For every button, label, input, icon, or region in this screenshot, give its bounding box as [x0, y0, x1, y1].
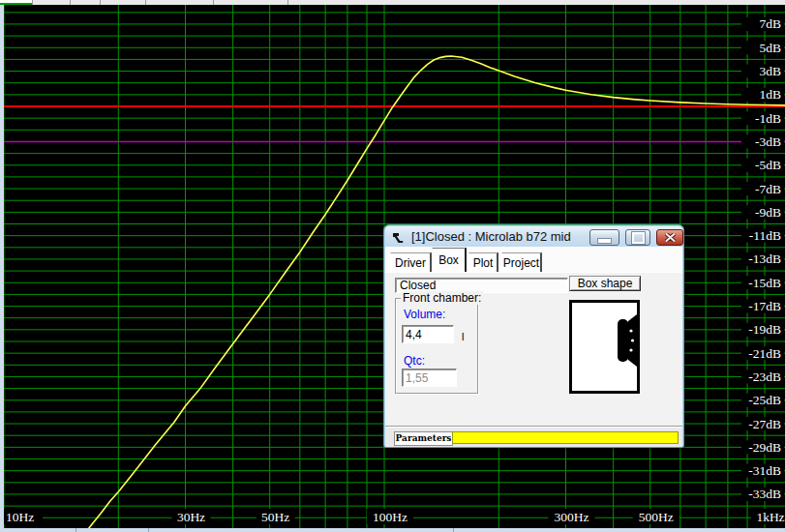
qtc-label: Qtc: [404, 354, 425, 368]
y-axis-label: -27dB [748, 417, 781, 431]
background-window-bottom-edge [0, 528, 785, 532]
tab-box[interactable]: Box [432, 248, 467, 272]
x-axis-label: 300Hz [555, 510, 589, 524]
maximize-button[interactable] [625, 229, 650, 246]
qtc-input[interactable] [402, 369, 457, 387]
y-axis-label: 1dB [759, 87, 781, 102]
box-shape-button[interactable]: Box shape [569, 276, 641, 291]
y-axis-label: -7dB [755, 182, 781, 196]
front-chamber-group: Front chamber: Volume: l Qtc: [395, 298, 478, 394]
x-axis-label: 30Hz [177, 510, 205, 524]
x-axis-label: 10Hz [6, 510, 34, 524]
app-icon [392, 230, 406, 244]
maximize-icon [632, 232, 645, 244]
tab-strip: Driver Box Plot Project [385, 247, 682, 272]
x-axis-label: 500Hz [639, 510, 674, 524]
window-title: [1]Closed : Microlab b72 mid [411, 229, 571, 244]
front-chamber-legend: Front chamber: [401, 291, 483, 305]
y-axis-label: -3dB [755, 134, 781, 149]
y-axis-label: -13dB [748, 251, 781, 266]
tab-plot[interactable]: Plot [468, 252, 498, 272]
y-axis-label: -5dB [755, 158, 781, 172]
tab-driver[interactable]: Driver [390, 252, 432, 272]
y-axis-label: -21dB [748, 346, 781, 361]
y-axis-label: -9dB [755, 205, 781, 220]
winisd-app-screen: 7dB5dB3dB1dB-1dB-3dB-5dB-7dB-9dB-11dB-13… [0, 0, 785, 532]
y-axis-label: -33dB [748, 487, 781, 501]
window-titlebar[interactable]: [1]Closed : Microlab b72 mid [385, 226, 682, 247]
x-axis-label: 50Hz [261, 510, 289, 524]
volume-input[interactable] [402, 325, 454, 343]
y-axis-label: -19dB [748, 322, 781, 337]
y-axis-label: 7dB [759, 16, 781, 31]
box-parameters-window: [1]Closed : Microlab b72 mid Driver Box … [384, 225, 683, 447]
y-axis-label: -29dB [748, 440, 781, 455]
background-tab-fragment [0, 0, 32, 5]
y-axis-label: -31dB [748, 463, 781, 478]
box-shape-preview [569, 300, 640, 394]
volume-label: Volume: [404, 308, 445, 321]
background-window-top-edge [0, 0, 785, 5]
close-icon [665, 233, 676, 242]
y-axis-label: -23dB [748, 369, 781, 384]
x-axis-label: 1kHz [756, 510, 784, 524]
tab-project[interactable]: Project [501, 252, 542, 272]
y-axis-label: -15dB [748, 276, 781, 290]
y-axis-label: -11dB [749, 228, 781, 243]
box-tab-content: Closed Box shape Front chamber: Volume: … [385, 272, 682, 427]
background-window-left-edge [0, 5, 4, 528]
y-axis-label: -17dB [748, 299, 781, 313]
y-axis-label: -25dB [748, 393, 781, 407]
parameters-panel-tab[interactable]: Parameters [394, 431, 453, 446]
y-axis-label: 3dB [759, 64, 781, 78]
speaker-driver-icon [572, 303, 637, 391]
status-indicator-bar [452, 431, 679, 444]
x-axis-label: 100Hz [373, 510, 408, 524]
y-axis-label: -1dB [755, 111, 781, 126]
volume-unit-label: l [462, 331, 464, 342]
close-button[interactable] [656, 229, 683, 246]
y-axis-label: 5dB [759, 41, 781, 55]
status-row: Parameters [385, 426, 682, 447]
minimize-button[interactable] [589, 229, 619, 246]
minimize-icon [597, 238, 612, 244]
